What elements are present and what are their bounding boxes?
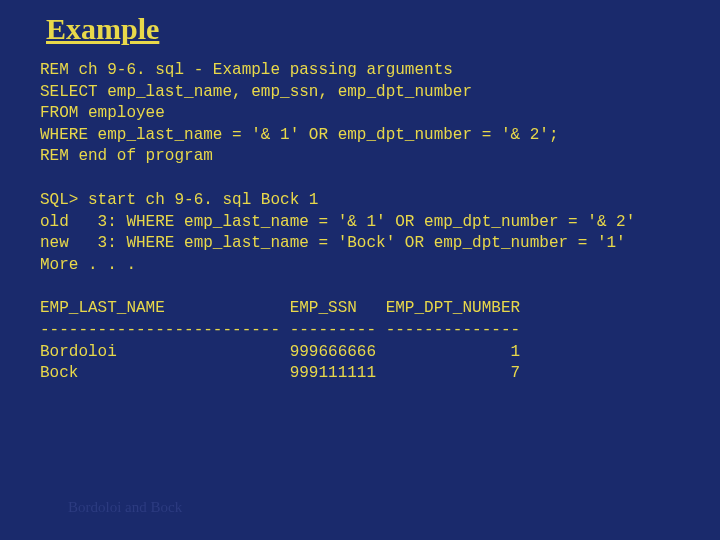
code-line: old 3: WHERE emp_last_name = '& 1' OR em… xyxy=(40,213,635,231)
code-block-sql-script: REM ch 9-6. sql - Example passing argume… xyxy=(40,60,680,168)
slide-container: Example REM ch 9-6. sql - Example passin… xyxy=(0,0,720,540)
code-line: More . . . xyxy=(40,256,136,274)
slide-title: Example xyxy=(46,12,680,46)
table-row: Bock 999111111 7 xyxy=(40,364,520,382)
code-line: FROM employee xyxy=(40,104,165,122)
table-divider: ------------------------- --------- ----… xyxy=(40,321,520,339)
code-block-result-table: EMP_LAST_NAME EMP_SSN EMP_DPT_NUMBER ---… xyxy=(40,298,680,384)
code-line: SQL> start ch 9-6. sql Bock 1 xyxy=(40,191,318,209)
footer-text: Bordoloi and Bock xyxy=(68,499,182,516)
code-line: SELECT emp_last_name, emp_ssn, emp_dpt_n… xyxy=(40,83,472,101)
code-block-sql-session: SQL> start ch 9-6. sql Bock 1 old 3: WHE… xyxy=(40,190,680,276)
code-line: new 3: WHERE emp_last_name = 'Bock' OR e… xyxy=(40,234,626,252)
table-header: EMP_LAST_NAME EMP_SSN EMP_DPT_NUMBER xyxy=(40,299,520,317)
table-row: Bordoloi 999666666 1 xyxy=(40,343,520,361)
code-line: REM ch 9-6. sql - Example passing argume… xyxy=(40,61,453,79)
code-line: WHERE emp_last_name = '& 1' OR emp_dpt_n… xyxy=(40,126,558,144)
code-line: REM end of program xyxy=(40,147,213,165)
